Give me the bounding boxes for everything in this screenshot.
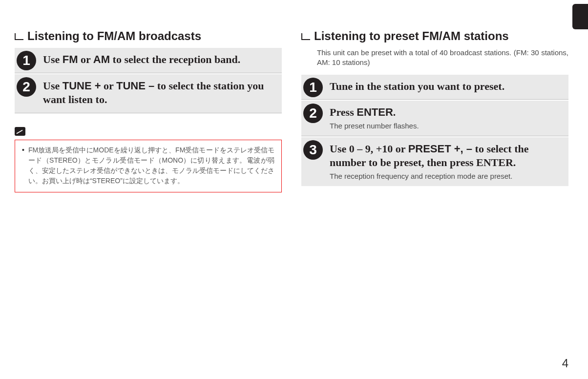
step-instruction: Press ENTER.: [330, 105, 561, 120]
page-number: 4: [562, 357, 568, 370]
note-text: FM放送局を受信中にMODEを繰り返し押すと、FM受信モードをステレオ受信モード…: [28, 145, 274, 186]
left-step: 2 Use TUNE + or TUNE – to select the sta…: [15, 74, 282, 113]
step-number-badge: 3: [303, 140, 323, 160]
left-column: Listening to FM/AM broadcasts 1 Use FM o…: [15, 29, 282, 192]
right-step: 1 Tune in the station you want to preset…: [301, 75, 568, 100]
step-instruction: Tune in the station you want to preset.: [330, 80, 561, 94]
left-step: 1 Use FM or AM to select the reception b…: [15, 48, 282, 73]
side-tab: [572, 4, 588, 29]
section-intro: This unit can be preset with a total of …: [317, 48, 568, 68]
section-bullet-icon: [301, 33, 310, 40]
step-instruction: Use TUNE + or TUNE – to select the stati…: [43, 79, 274, 107]
pencil-icon: [15, 127, 25, 136]
right-step: 3 Use 0 – 9, +10 or PRESET +, – to selec…: [301, 137, 568, 186]
step-sub: The preset number flashes.: [330, 122, 561, 130]
page-content: Listening to FM/AM broadcasts 1 Use FM o…: [0, 0, 588, 202]
section-title-text: Listening to preset FM/AM stations: [314, 29, 509, 43]
step-number-badge: 1: [303, 78, 323, 97]
section-title-left: Listening to FM/AM broadcasts: [15, 29, 282, 43]
right-column: Listening to preset FM/AM stations This …: [301, 29, 568, 192]
step-number-badge: 1: [17, 51, 36, 70]
section-title-right: Listening to preset FM/AM stations: [301, 29, 568, 43]
section-bullet-icon: [15, 33, 23, 40]
right-step: 2 Press ENTER. The preset number flashes…: [301, 101, 568, 136]
note-item: • FM放送局を受信中にMODEを繰り返し押すと、FM受信モードをステレオ受信モ…: [22, 145, 274, 186]
step-sub: The reception frequency and reception mo…: [330, 172, 561, 180]
note-block: • FM放送局を受信中にMODEを繰り返し押すと、FM受信モードをステレオ受信モ…: [15, 127, 282, 192]
step-instruction: Use FM or AM to select the reception ban…: [43, 53, 274, 67]
section-title-text: Listening to FM/AM broadcasts: [27, 29, 201, 43]
step-number-badge: 2: [17, 77, 36, 97]
step-instruction: Use 0 – 9, +10 or PRESET +, – to select …: [330, 142, 561, 170]
bullet-dot: •: [22, 145, 24, 186]
step-number-badge: 2: [303, 104, 323, 123]
note-box: • FM放送局を受信中にMODEを繰り返し押すと、FM受信モードをステレオ受信モ…: [15, 140, 282, 192]
